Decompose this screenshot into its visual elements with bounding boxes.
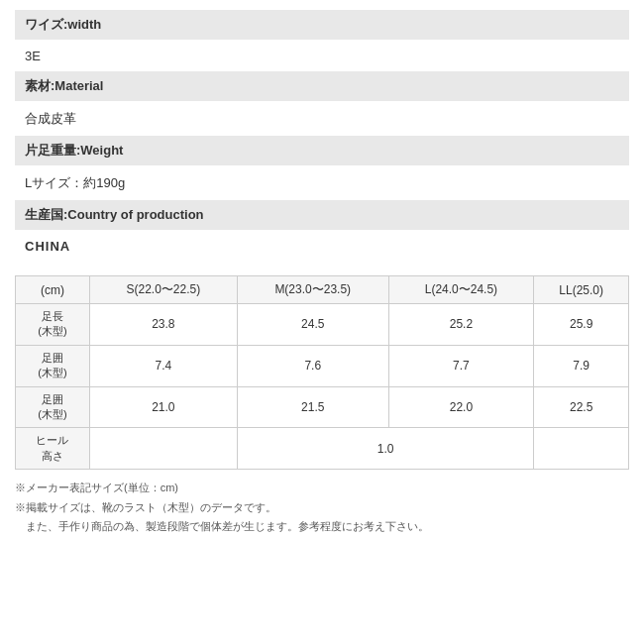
notes-section: ※メーカー表記サイズ(単位：cm) ※掲載サイズは、靴のラスト（木型）のデータで… xyxy=(15,480,629,536)
note-line1: ※メーカー表記サイズ(単位：cm) xyxy=(15,480,629,497)
size-ll-header: LL(25.0) xyxy=(534,276,629,304)
size-table: (cm) S(22.0〜22.5) M(23.0〜23.5) L(24.0〜24… xyxy=(15,275,629,470)
material-value: 合成皮革 xyxy=(15,105,629,136)
row-3-s xyxy=(89,428,237,470)
row-2-col-0: 21.0 xyxy=(89,386,237,428)
size-m-header: M(23.0〜23.5) xyxy=(237,276,388,304)
row-2-col-1: 21.5 xyxy=(237,386,388,428)
row-label-1: 足囲 (木型) xyxy=(16,345,90,386)
row-0-col-2: 25.2 xyxy=(388,304,534,346)
weight-header: 片足重量:Weight xyxy=(15,136,629,165)
note-line3: また、手作り商品の為、製造段階で個体差が生じます。参考程度にお考え下さい。 xyxy=(15,518,629,536)
row-3-ll xyxy=(534,428,629,470)
row-1-col-2: 7.7 xyxy=(388,345,534,386)
size-s-header: S(22.0〜22.5) xyxy=(89,276,237,304)
row-2-col-3: 22.5 xyxy=(534,386,629,428)
row-1-col-3: 7.9 xyxy=(534,345,629,386)
row-label-0: 足長 (木型) xyxy=(16,304,90,346)
size-l-header: L(24.0〜24.5) xyxy=(388,276,534,304)
row-label-2: 足囲 (木型) xyxy=(16,386,90,428)
country-value: CHINA xyxy=(15,234,629,264)
row-0-col-0: 23.8 xyxy=(89,304,237,346)
width-header: ワイズ:width xyxy=(15,10,629,40)
row-1-col-0: 7.4 xyxy=(89,345,237,386)
weight-value: Lサイズ：約190g xyxy=(15,169,629,200)
note-line2: ※掲載サイズは、靴のラスト（木型）のデータです。 xyxy=(15,499,629,517)
row-label-3: ヒール 高さ xyxy=(16,428,90,470)
row-0-col-1: 24.5 xyxy=(237,304,388,346)
row-2-col-2: 22.0 xyxy=(388,386,534,428)
country-header: 生産国:Country of production xyxy=(15,200,629,230)
main-container: ワイズ:width 3E 素材:Material 合成皮革 片足重量:Weigh… xyxy=(0,0,644,558)
row-1-col-1: 7.6 xyxy=(237,345,388,386)
width-value: 3E xyxy=(15,44,629,71)
row-0-col-3: 25.9 xyxy=(534,304,629,346)
row-3-merged: 1.0 xyxy=(237,428,533,470)
unit-cell: (cm) xyxy=(16,276,90,304)
material-header: 素材:Material xyxy=(15,71,629,101)
